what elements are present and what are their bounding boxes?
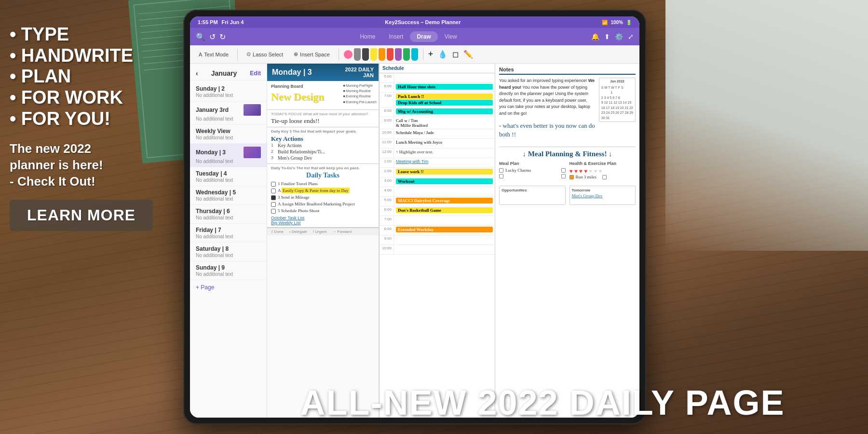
sched-highlight: ↑ Highlight over text.	[396, 149, 493, 154]
time-slot-700: 7:00 Pack Lunch !! Drop Kids off at Scho…	[380, 93, 495, 108]
sidebar-item-monday3-sub: No additional text	[196, 159, 261, 164]
text-mode-label: Text Mode	[204, 52, 229, 57]
sidebar-item-weekly-title: Weekly View	[196, 128, 261, 135]
planner-content: Monday | 3 2022 DAILY JAN Planning Board…	[267, 64, 639, 418]
background-light	[665, 0, 868, 251]
tomorrow-section: Tomorrow Men's Group Dev	[570, 186, 636, 205]
sidebar-item-friday7[interactable]: Friday | 7 No additional text	[190, 224, 267, 243]
exercise-plan-col: Health & Exercise Plan ♥ ♥ ♥ ♥ ♥ ♥ ♥	[570, 161, 636, 181]
eyedropper-icon[interactable]: 💧	[438, 50, 448, 59]
main-content: ‹ January Edit Sunday | 2 No additional …	[190, 64, 639, 418]
sidebar-item-jan3rd-title: January 3rd	[196, 104, 261, 116]
footer-urgent: ! Urgent	[313, 230, 326, 234]
todo-item-4: A Assign Miller Bradford Marketing Proje…	[271, 202, 375, 207]
eraser-icon[interactable]: ✏️	[463, 50, 473, 59]
run-item: Run 3 miles	[570, 175, 636, 179]
todo-checkbox-1[interactable]	[271, 182, 276, 187]
todo-checkbox-3[interactable]	[271, 195, 276, 200]
run-check-2[interactable]	[602, 175, 607, 179]
redo-icon[interactable]: ↻	[219, 32, 226, 41]
color-purple[interactable]	[395, 48, 402, 61]
sidebar-item-sunday9-title: Sunday | 9	[196, 264, 261, 271]
meal-check-1b[interactable]	[561, 168, 566, 173]
meal-check-2b[interactable]	[561, 174, 566, 178]
text-mode-button[interactable]: A Text Mode	[195, 50, 232, 59]
sidebar-back-button[interactable]: ‹	[196, 69, 198, 77]
key-item-2: 2 Build Relationships/Ti...	[271, 149, 375, 154]
heart-7: ♥	[598, 168, 602, 175]
color-red[interactable]	[387, 48, 393, 61]
color-orange[interactable]	[379, 48, 385, 61]
todo-checkbox-2[interactable]	[271, 189, 276, 193]
sidebar-add-page-button[interactable]: + Page	[190, 280, 267, 295]
undo-icon[interactable]: ↺	[209, 32, 216, 41]
expand-icon[interactable]: ⤢	[628, 33, 634, 41]
color-darkgrey[interactable]	[362, 48, 369, 61]
sched-meeting-tim[interactable]: Meeting with Tim	[396, 159, 493, 164]
status-app-name: Key2Success – Demo Planner	[385, 19, 461, 25]
todo-label: Daily To-Do's The list that will keep yo…	[271, 166, 375, 170]
sched-mtg-acct: Mtg w/ Accounting	[396, 108, 493, 114]
time-slot-900: 9:00 Call w / Tim& Millie Bradford	[380, 117, 495, 129]
lasso-tool-icon[interactable]: ◻	[452, 50, 459, 59]
color-cyan-pen[interactable]	[411, 48, 418, 61]
tab-draw[interactable]: Draw	[410, 31, 437, 42]
color-green[interactable]	[403, 48, 410, 61]
todo-checkbox-4[interactable]	[271, 202, 276, 207]
sidebar-item-wednesday5[interactable]: Wednesday | 5 No additional text	[190, 186, 267, 205]
nav-right: 🔔 ⬆ ⚙️ ⤢	[591, 33, 634, 41]
bell-icon[interactable]: 🔔	[591, 33, 599, 41]
sidebar-item-jan3rd[interactable]: January 3rd No additional text	[190, 101, 267, 125]
tab-view[interactable]: View	[438, 31, 464, 42]
todo-item-1: 1 Finalize Travel Plans	[271, 181, 375, 187]
meal-check-1[interactable]	[499, 168, 503, 173]
tab-insert[interactable]: Insert	[382, 31, 410, 42]
time-slot-300: 3:00 Workout	[380, 177, 495, 187]
sidebar-edit-button[interactable]: Edit	[250, 70, 261, 77]
color-yellow[interactable]	[370, 48, 377, 61]
footer-done: √ Done	[271, 230, 284, 234]
toolbar-separator-2	[339, 49, 339, 60]
sidebar-item-weekly[interactable]: Weekly View No additional text	[190, 125, 267, 144]
lasso-label: Lasso Select	[253, 52, 283, 57]
add-tool-icon[interactable]: +	[428, 49, 434, 59]
todo-checkbox-5[interactable]	[271, 209, 276, 214]
tab-home[interactable]: Home	[353, 31, 382, 42]
share-icon[interactable]: ⬆	[604, 33, 610, 41]
sidebar-item-sunday2-sub: No additional text	[196, 93, 261, 98]
october-task-link[interactable]: October Task List	[271, 216, 375, 220]
meal-check-2[interactable]	[499, 174, 503, 178]
search-icon[interactable]: 🔍	[196, 32, 205, 41]
sidebar-header: ‹ January Edit	[190, 67, 267, 81]
time-slot-500b: 5:00 MACCI Dairyfest Coverage	[380, 197, 495, 206]
color-grey[interactable]	[354, 48, 361, 61]
sidebar-item-saturday8[interactable]: Saturday | 8 No additional text	[190, 243, 267, 261]
lasso-select-button[interactable]: ⊙ Lasso Select	[243, 50, 287, 59]
sidebar-item-sunday2[interactable]: Sunday | 2 No additional text	[190, 82, 267, 101]
tomorrow-item[interactable]: Men's Group Dev	[572, 193, 634, 198]
sidebar-item-sunday2-title: Sunday | 2	[196, 85, 261, 92]
sched-calltim: Call w / Tim& Millie Bradford	[396, 118, 493, 128]
insert-space-icon: ⊕	[294, 51, 298, 57]
learn-more-button[interactable]: LEARN MORE	[10, 200, 153, 231]
insert-space-button[interactable]: ⊕ Insert Space	[290, 50, 334, 59]
run-check[interactable]	[570, 175, 574, 179]
meal-item-1: Lucky Charms	[499, 168, 566, 173]
footer-forward: → Forward	[332, 230, 352, 234]
sidebar-item-tuesday4[interactable]: Tuesday | 4 No additional text	[190, 167, 267, 186]
settings-icon[interactable]: ⚙️	[615, 33, 623, 41]
color-pink[interactable]	[344, 50, 353, 59]
meal-columns: Meal Plan Lucky Charms	[499, 161, 636, 181]
schedule-header: Schedule	[380, 64, 495, 73]
sidebar-item-friday7-title: Friday | 7	[196, 227, 261, 233]
sidebar-item-monday3[interactable]: Monday | 3 No additional text	[190, 144, 267, 167]
big-weekly-link[interactable]: Big Weekly List	[271, 220, 375, 225]
sidebar-month-label: January	[211, 69, 237, 77]
ipad-device: 1:55 PM Fri Jun 4 Key2Success – Demo Pla…	[183, 10, 646, 424]
sidebar-item-thursday6-sub: No additional text	[196, 215, 261, 220]
sidebar-thumb-jan3rd	[244, 104, 261, 116]
opportunities-title: Opportunities	[502, 188, 563, 192]
bullet-handwrite: • HANDWRITE	[10, 45, 193, 67]
sidebar-item-thursday6[interactable]: Thursday | 6 No additional text	[190, 205, 267, 224]
sidebar-item-sunday9[interactable]: Sunday | 9 No additional text	[190, 261, 267, 280]
